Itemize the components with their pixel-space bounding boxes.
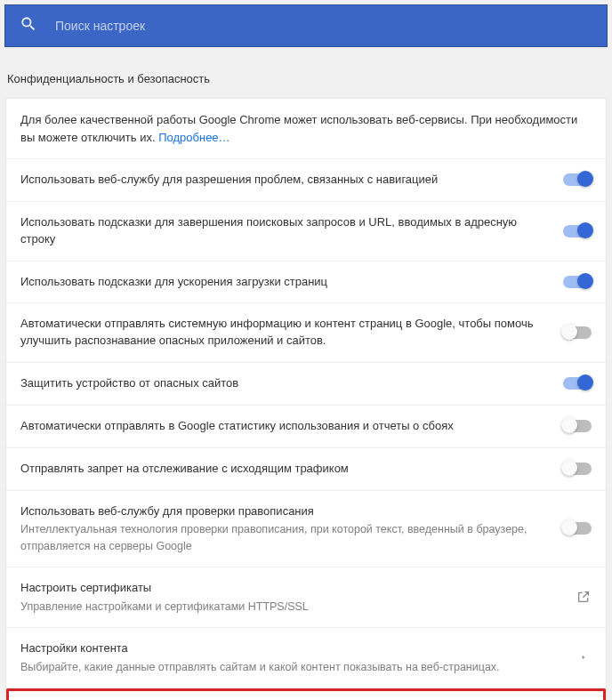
privacy-card: Для более качественной работы Google Chr… [5, 98, 607, 700]
row-label: Использовать веб-службу для разрешения п… [20, 172, 563, 189]
chevron-right-icon [576, 649, 592, 665]
row-clear-history[interactable]: Очистить историю Удалить файлы cookie и … [6, 688, 606, 700]
row-spellcheck[interactable]: Использовать веб-службу для проверки пра… [6, 491, 606, 567]
toggle-auto-send-info[interactable] [563, 326, 592, 339]
section-title: Конфиденциальность и безопасность [0, 47, 612, 98]
row-search-suggestions[interactable]: Использовать подсказки для завершения по… [6, 202, 606, 261]
row-label: Автоматически отправлять в Google статис… [20, 418, 563, 435]
row-auto-send-info[interactable]: Автоматически отправлять системную инфор… [6, 303, 606, 363]
toggle-search-suggestions[interactable] [563, 225, 592, 237]
row-usage-stats[interactable]: Автоматически отправлять в Google статис… [6, 406, 606, 448]
row-label: Автоматически отправлять системную инфор… [20, 316, 563, 350]
row-safe-browsing[interactable]: Защитить устройство от опасных сайтов [6, 363, 606, 406]
toggle-do-not-track[interactable] [563, 463, 592, 475]
row-label: Защитить устройство от опасных сайтов [20, 375, 563, 392]
learn-more-link[interactable]: Подробнее… [158, 131, 230, 144]
row-text-group: Настроить сертификаты Управление настрой… [20, 580, 576, 615]
row-do-not-track[interactable]: Отправлять запрет на отслеживание с исхо… [6, 448, 606, 491]
row-content-settings[interactable]: Настройки контента Выбирайте, какие данн… [6, 628, 606, 688]
search-input[interactable] [55, 19, 592, 33]
intro-body: Для более качественной работы Google Chr… [20, 113, 577, 144]
row-sublabel: Управление настройками и сертификатами H… [20, 599, 561, 615]
row-label: Настройки контента [20, 640, 561, 657]
row-navigation-error[interactable]: Использовать веб-службу для разрешения п… [6, 159, 606, 202]
toggle-safe-browsing[interactable] [563, 377, 592, 390]
intro-text: Для более качественной работы Google Chr… [6, 99, 606, 159]
search-icon [20, 15, 55, 36]
toggle-usage-stats[interactable] [563, 420, 592, 432]
row-prefetch[interactable]: Использовать подсказки для ускорения заг… [6, 261, 606, 304]
row-sublabel: Выбирайте, какие данные отправлять сайта… [20, 659, 561, 675]
row-label: Использовать веб-службу для проверки пра… [20, 503, 549, 520]
row-sublabel: Интеллектуальная технология проверки пра… [20, 521, 549, 553]
row-text-group: Использовать веб-службу для проверки пра… [20, 503, 563, 554]
row-text-group: Настройки контента Выбирайте, какие данн… [20, 640, 576, 675]
row-label: Использовать подсказки для завершения по… [20, 214, 563, 248]
search-bar[interactable] [4, 4, 608, 47]
toggle-navigation-error[interactable] [563, 173, 592, 186]
toggle-spellcheck[interactable] [563, 522, 592, 535]
row-label: Настроить сертификаты [20, 580, 561, 597]
row-label: Отправлять запрет на отслеживание с исхо… [20, 461, 563, 478]
external-link-icon [576, 589, 592, 605]
row-label: Использовать подсказки для ускорения заг… [20, 274, 563, 291]
row-certificates[interactable]: Настроить сертификаты Управление настрой… [6, 567, 606, 628]
toggle-prefetch[interactable] [563, 276, 592, 288]
